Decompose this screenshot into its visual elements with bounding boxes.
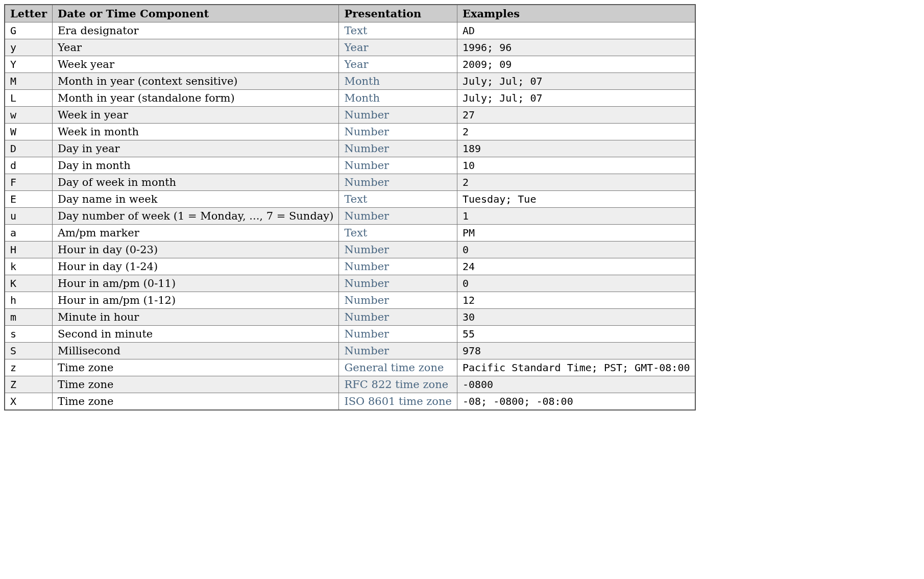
presentation-link[interactable]: Year: [344, 41, 368, 54]
cell-component: Day in year: [52, 140, 338, 157]
presentation-link[interactable]: Number: [344, 244, 389, 256]
cell-presentation[interactable]: Text: [339, 191, 457, 208]
cell-examples: 1996; 96: [457, 39, 695, 56]
table-row: yYearYear1996; 96: [5, 39, 695, 56]
cell-presentation[interactable]: Number: [339, 107, 457, 124]
table-row: MMonth in year (context sensitive)MonthJ…: [5, 73, 695, 90]
cell-letter: F: [5, 174, 52, 191]
cell-component: Millisecond: [52, 343, 338, 359]
cell-letter: E: [5, 191, 52, 208]
cell-component: Day number of week (1 = Monday, ..., 7 =…: [52, 208, 338, 225]
presentation-link[interactable]: Number: [344, 126, 389, 138]
presentation-link[interactable]: Number: [344, 159, 389, 172]
cell-presentation[interactable]: Text: [339, 22, 457, 39]
presentation-link[interactable]: Number: [344, 311, 389, 323]
table-row: aAm/pm markerTextPM: [5, 225, 695, 242]
presentation-link[interactable]: Number: [344, 109, 389, 121]
cell-letter: u: [5, 208, 52, 225]
column-header-presentation: Presentation: [339, 5, 457, 22]
cell-presentation[interactable]: ISO 8601 time zone: [339, 393, 457, 411]
cell-examples: -08; -0800; -08:00: [457, 393, 695, 411]
cell-examples: 55: [457, 326, 695, 343]
cell-presentation[interactable]: Number: [339, 208, 457, 225]
table-row: YWeek yearYear2009; 09: [5, 56, 695, 73]
date-format-table: Letter Date or Time Component Presentati…: [4, 4, 696, 411]
presentation-link[interactable]: Year: [344, 58, 368, 70]
cell-presentation[interactable]: Number: [339, 258, 457, 275]
cell-component: Month in year (context sensitive): [52, 73, 338, 90]
cell-presentation[interactable]: Number: [339, 309, 457, 326]
table-row: EDay name in weekTextTuesday; Tue: [5, 191, 695, 208]
presentation-link[interactable]: Number: [344, 176, 389, 188]
presentation-link[interactable]: Text: [344, 193, 367, 205]
cell-presentation[interactable]: Month: [339, 73, 457, 90]
cell-presentation[interactable]: RFC 822 time zone: [339, 376, 457, 393]
presentation-link[interactable]: RFC 822 time zone: [344, 378, 448, 391]
cell-presentation[interactable]: Month: [339, 90, 457, 107]
table-row: HHour in day (0-23)Number0: [5, 242, 695, 258]
cell-letter: L: [5, 90, 52, 107]
cell-presentation[interactable]: Year: [339, 56, 457, 73]
cell-presentation[interactable]: Number: [339, 275, 457, 292]
cell-component: Week year: [52, 56, 338, 73]
cell-component: Hour in day (0-23): [52, 242, 338, 258]
cell-presentation[interactable]: Text: [339, 225, 457, 242]
cell-examples: 1: [457, 208, 695, 225]
cell-presentation[interactable]: Number: [339, 174, 457, 191]
cell-letter: z: [5, 359, 52, 376]
cell-component: Year: [52, 39, 338, 56]
cell-presentation[interactable]: Year: [339, 39, 457, 56]
cell-letter: X: [5, 393, 52, 411]
presentation-link[interactable]: ISO 8601 time zone: [344, 395, 452, 407]
cell-component: Am/pm marker: [52, 225, 338, 242]
cell-component: Minute in hour: [52, 309, 338, 326]
cell-examples: Pacific Standard Time; PST; GMT-08:00: [457, 359, 695, 376]
cell-examples: 189: [457, 140, 695, 157]
cell-presentation[interactable]: Number: [339, 326, 457, 343]
cell-examples: July; Jul; 07: [457, 90, 695, 107]
cell-letter: w: [5, 107, 52, 124]
table-row: WWeek in monthNumber2: [5, 124, 695, 140]
cell-examples: 0: [457, 275, 695, 292]
column-header-letter: Letter: [5, 5, 52, 22]
presentation-link[interactable]: Number: [344, 210, 389, 222]
cell-presentation[interactable]: Number: [339, 157, 457, 174]
cell-presentation[interactable]: Number: [339, 343, 457, 359]
cell-presentation[interactable]: General time zone: [339, 359, 457, 376]
table-header-row: Letter Date or Time Component Presentati…: [5, 5, 695, 22]
presentation-link[interactable]: Number: [344, 260, 389, 273]
cell-component: Time zone: [52, 376, 338, 393]
presentation-link[interactable]: Month: [344, 75, 380, 87]
table-row: ZTime zoneRFC 822 time zone-0800: [5, 376, 695, 393]
cell-letter: G: [5, 22, 52, 39]
presentation-link[interactable]: Text: [344, 25, 367, 37]
cell-letter: d: [5, 157, 52, 174]
presentation-link[interactable]: Text: [344, 227, 367, 239]
cell-component: Week in month: [52, 124, 338, 140]
cell-letter: y: [5, 39, 52, 56]
cell-letter: m: [5, 309, 52, 326]
cell-component: Month in year (standalone form): [52, 90, 338, 107]
cell-component: Day of week in month: [52, 174, 338, 191]
cell-presentation[interactable]: Number: [339, 124, 457, 140]
cell-component: Week in year: [52, 107, 338, 124]
presentation-link[interactable]: General time zone: [344, 361, 444, 374]
cell-presentation[interactable]: Number: [339, 242, 457, 258]
cell-letter: a: [5, 225, 52, 242]
cell-examples: 12: [457, 292, 695, 309]
cell-component: Day name in week: [52, 191, 338, 208]
presentation-link[interactable]: Number: [344, 345, 389, 357]
cell-examples: 24: [457, 258, 695, 275]
cell-examples: 2: [457, 124, 695, 140]
presentation-link[interactable]: Month: [344, 92, 380, 104]
cell-presentation[interactable]: Number: [339, 292, 457, 309]
table-row: XTime zoneISO 8601 time zone-08; -0800; …: [5, 393, 695, 411]
cell-letter: H: [5, 242, 52, 258]
cell-examples: Tuesday; Tue: [457, 191, 695, 208]
presentation-link[interactable]: Number: [344, 142, 389, 155]
presentation-link[interactable]: Number: [344, 277, 389, 290]
presentation-link[interactable]: Number: [344, 294, 389, 306]
presentation-link[interactable]: Number: [344, 328, 389, 340]
cell-presentation[interactable]: Number: [339, 140, 457, 157]
cell-examples: -0800: [457, 376, 695, 393]
